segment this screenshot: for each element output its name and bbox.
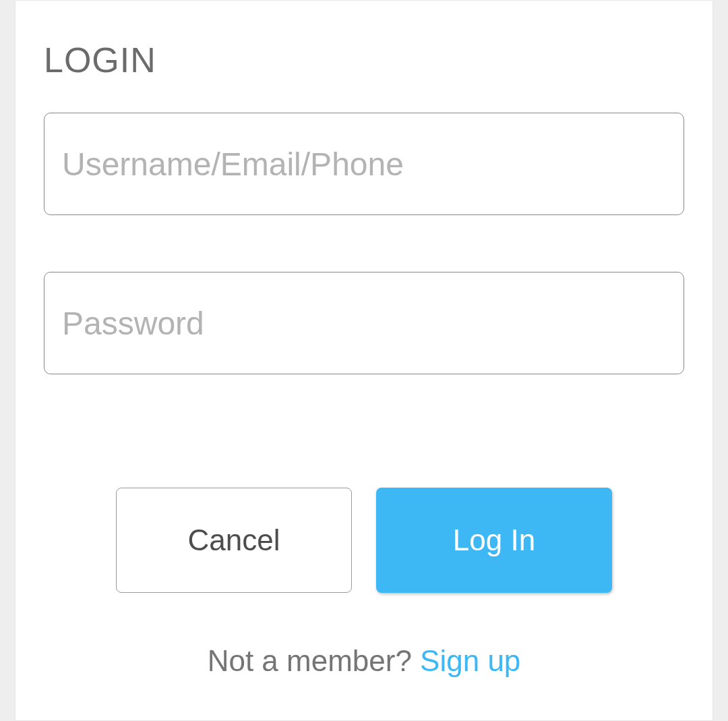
password-group xyxy=(44,272,684,374)
not-member-text: Not a member? xyxy=(208,644,420,677)
login-card: LOGIN Cancel Log In Not a member? Sign u… xyxy=(15,0,713,721)
signup-link[interactable]: Sign up xyxy=(420,644,520,677)
login-title: LOGIN xyxy=(44,40,684,80)
signup-prompt: Not a member? Sign up xyxy=(44,644,684,678)
username-group xyxy=(44,113,684,215)
button-row: Cancel Log In xyxy=(44,488,684,593)
login-button[interactable]: Log In xyxy=(376,488,612,593)
username-input[interactable] xyxy=(44,113,684,215)
password-input[interactable] xyxy=(44,272,684,374)
cancel-button[interactable]: Cancel xyxy=(116,488,352,593)
